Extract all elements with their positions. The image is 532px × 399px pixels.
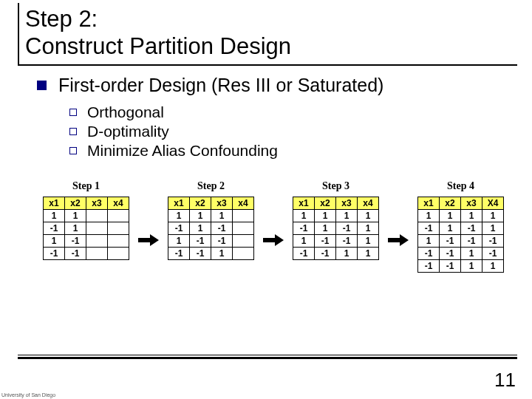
cell: -1 [440,260,461,273]
cell [108,222,129,235]
cell: -1 [418,222,440,235]
design-table: x1x2x3x4 1111 -11-11 1-1-11 -1-111 [293,197,379,260]
step-title: Step 4 [447,180,474,192]
cell: 1 [190,210,211,222]
cell: -1 [336,222,358,235]
cell: 1 [461,260,482,273]
cell: 1 [482,260,504,273]
cell: -1 [44,222,65,235]
col-header: x2 [315,197,336,210]
cell: 1 [440,210,461,222]
level2-text: Orthogonal [87,103,164,121]
cell: -1 [461,222,482,235]
cell: -1 [440,248,461,260]
arrow-right-icon [138,233,159,247]
cell: -1 [168,222,190,235]
footer-rule [18,357,517,359]
cell [108,210,129,222]
col-header: x2 [440,197,461,210]
col-header: x1 [293,197,315,210]
level2-text: D-optimality [87,123,169,140]
cell: 1 [211,248,233,260]
title-block: Step 2: Construct Partition Design [18,3,517,66]
university-logo: University of San Diego [1,392,55,398]
level2-text: Minimize Alias Confounding [87,142,278,160]
cell: -1 [482,248,504,260]
cell: 1 [358,222,379,235]
cell: -1 [461,235,482,248]
step-title: Step 1 [72,180,100,192]
cell: 1 [315,210,336,222]
col-header: x3 [211,197,233,210]
cell: 1 [336,248,358,260]
col-header: x2 [65,197,86,210]
col-header: x3 [461,197,482,210]
cell: 1 [461,210,482,222]
cell: 1 [440,222,461,235]
cell [86,222,108,235]
col-header: x1 [418,197,440,210]
cell: 1 [168,210,190,222]
level1-text: First-order Design (Res III or Saturated… [58,75,383,96]
cell: -1 [418,248,440,260]
step-block-3: Step 3 x1x2x3x4 1111 -11-11 1-1-11 -1-11… [293,180,379,260]
cell [233,210,254,222]
cell: 1 [418,210,440,222]
bullet-level2: D-optimality [69,123,510,140]
cell: 1 [293,235,315,248]
cell: -1 [482,235,504,248]
cell: 1 [315,222,336,235]
design-table: x1x2x3X4 1111 -11-11 1-1-1-1 -1-11-1 -1-… [417,197,504,273]
cell [86,248,108,260]
cell: 1 [293,210,315,222]
cell [108,248,129,260]
cell [233,235,254,248]
cell: -1 [418,260,440,273]
cell [233,248,254,260]
col-header: x2 [190,197,211,210]
body: First-order Design (Res III or Saturated… [37,75,510,160]
cell: 1 [44,235,65,248]
arrow-right-icon [388,233,409,247]
cell: -1 [190,248,211,260]
cell: -1 [211,235,233,248]
col-header: x1 [168,197,190,210]
cell: 1 [461,248,482,260]
step-block-1: Step 1 x1x2x3x4 11 -11 1-1 -1-1 [43,180,129,260]
page-number: 11 [494,369,516,392]
cell: 1 [168,235,190,248]
cell: -1 [440,235,461,248]
bullet-level1: First-order Design (Res III or Saturated… [37,75,510,96]
step-block-4: Step 4 x1x2x3X4 1111 -11-11 1-1-1-1 -1-1… [417,180,504,273]
tables-row: Step 1 x1x2x3x4 11 -11 1-1 -1-1 Step 2 x… [43,180,504,273]
bullet-level2: Minimize Alias Confounding [69,142,510,160]
cell: 1 [211,210,233,222]
cell: -1 [190,235,211,248]
col-header: x4 [358,197,379,210]
col-header: x1 [44,197,65,210]
cell: -1 [168,248,190,260]
col-header: x4 [233,197,254,210]
cell: 1 [358,210,379,222]
square-bullet-icon [37,81,47,90]
step-title: Step 2 [197,180,225,192]
step-title: Step 3 [322,180,349,192]
title-line-2: Construct Partition Design [25,33,517,61]
cell: -1 [315,235,336,248]
arrow-right-icon [263,233,284,247]
cell: 1 [336,210,358,222]
cell: 1 [190,222,211,235]
cell: 1 [482,210,504,222]
cell: -1 [65,235,86,248]
col-header: x4 [108,197,129,210]
col-header: X4 [482,197,504,210]
cell: 1 [65,210,86,222]
cell: 1 [482,222,504,235]
cell [86,235,108,248]
cell [108,235,129,248]
col-header: x3 [86,197,108,210]
cell: -1 [336,235,358,248]
cell: 1 [418,235,440,248]
title-line-1: Step 2: [25,6,517,33]
cell: -1 [211,222,233,235]
